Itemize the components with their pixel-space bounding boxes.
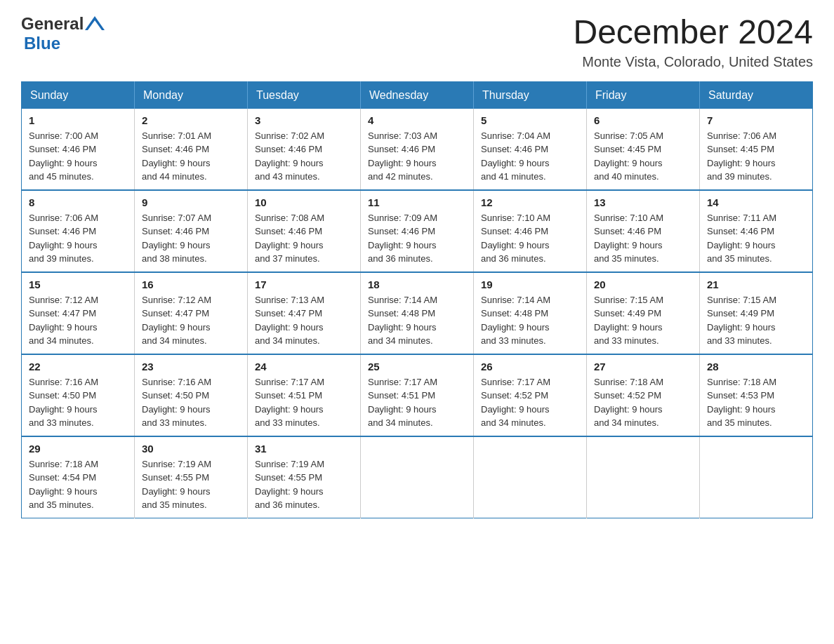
sunset-text: Sunset: 4:48 PM: [368, 308, 435, 318]
sunrise-text: Sunrise: 7:18 AM: [594, 377, 663, 387]
sunrise-text: Sunrise: 7:01 AM: [142, 130, 211, 141]
daylight-text: Daylight: 9 hours: [255, 240, 324, 250]
daylight-text: Daylight: 9 hours: [368, 404, 437, 415]
day-info: Sunrise: 7:11 AM Sunset: 4:46 PM Dayligh…: [707, 211, 805, 266]
day-info: Sunrise: 7:04 AM Sunset: 4:46 PM Dayligh…: [481, 129, 579, 184]
day-info: Sunrise: 7:17 AM Sunset: 4:52 PM Dayligh…: [481, 375, 579, 430]
calendar-cell: [361, 436, 474, 518]
sunset-text: Sunset: 4:46 PM: [368, 226, 435, 236]
daylight-text: Daylight: 9 hours: [707, 158, 776, 168]
sunrise-text: Sunrise: 7:15 AM: [594, 295, 663, 305]
day-info: Sunrise: 7:19 AM Sunset: 4:55 PM Dayligh…: [255, 457, 353, 512]
daylight-minutes-text: and 38 minutes.: [142, 253, 207, 264]
daylight-minutes-text: and 35 minutes.: [29, 499, 94, 510]
daylight-text: Daylight: 9 hours: [142, 158, 211, 168]
calendar-cell: 29 Sunrise: 7:18 AM Sunset: 4:54 PM Dayl…: [22, 436, 135, 518]
daylight-minutes-text: and 44 minutes.: [142, 171, 207, 182]
daylight-text: Daylight: 9 hours: [368, 158, 437, 168]
sunrise-text: Sunrise: 7:09 AM: [368, 213, 437, 223]
sunset-text: Sunset: 4:49 PM: [594, 308, 661, 318]
day-info: Sunrise: 7:00 AM Sunset: 4:46 PM Dayligh…: [29, 129, 127, 184]
daylight-minutes-text: and 33 minutes.: [255, 417, 320, 428]
day-number: 6: [594, 114, 692, 126]
sunrise-text: Sunrise: 7:14 AM: [481, 295, 550, 305]
calendar-cell: 19 Sunrise: 7:14 AM Sunset: 4:48 PM Dayl…: [474, 272, 587, 354]
sunrise-text: Sunrise: 7:10 AM: [594, 213, 663, 223]
day-number: 22: [29, 361, 127, 373]
day-number: 19: [481, 279, 579, 290]
daylight-minutes-text: and 34 minutes.: [368, 335, 433, 346]
calendar-cell: 15 Sunrise: 7:12 AM Sunset: 4:47 PM Dayl…: [22, 272, 135, 354]
header-thursday: Thursday: [474, 81, 587, 109]
daylight-text: Daylight: 9 hours: [707, 322, 776, 333]
logo-triangle-icon: [85, 16, 105, 33]
daylight-text: Daylight: 9 hours: [142, 486, 211, 497]
sunrise-text: Sunrise: 7:15 AM: [707, 295, 776, 305]
daylight-text: Daylight: 9 hours: [29, 486, 98, 497]
calendar-cell: 8 Sunrise: 7:06 AM Sunset: 4:46 PM Dayli…: [22, 190, 135, 272]
day-info: Sunrise: 7:03 AM Sunset: 4:46 PM Dayligh…: [368, 129, 466, 184]
sunrise-text: Sunrise: 7:18 AM: [707, 377, 776, 387]
calendar-cell: 3 Sunrise: 7:02 AM Sunset: 4:46 PM Dayli…: [248, 109, 361, 190]
calendar-cell: 7 Sunrise: 7:06 AM Sunset: 4:45 PM Dayli…: [700, 109, 813, 190]
sunset-text: Sunset: 4:46 PM: [368, 144, 435, 154]
header-monday: Monday: [135, 81, 248, 109]
sunrise-text: Sunrise: 7:06 AM: [29, 213, 98, 223]
daylight-text: Daylight: 9 hours: [707, 240, 776, 250]
calendar-cell: 20 Sunrise: 7:15 AM Sunset: 4:49 PM Dayl…: [587, 272, 700, 354]
sunset-text: Sunset: 4:53 PM: [707, 390, 774, 401]
day-info: Sunrise: 7:12 AM Sunset: 4:47 PM Dayligh…: [142, 293, 240, 348]
sunrise-text: Sunrise: 7:12 AM: [142, 295, 211, 305]
daylight-minutes-text: and 40 minutes.: [594, 171, 659, 182]
calendar-cell: 26 Sunrise: 7:17 AM Sunset: 4:52 PM Dayl…: [474, 354, 587, 436]
calendar-week-row: 1 Sunrise: 7:00 AM Sunset: 4:46 PM Dayli…: [22, 109, 813, 190]
sunset-text: Sunset: 4:45 PM: [594, 144, 661, 154]
day-info: Sunrise: 7:12 AM Sunset: 4:47 PM Dayligh…: [29, 293, 127, 348]
sunset-text: Sunset: 4:50 PM: [29, 390, 96, 401]
sunrise-text: Sunrise: 7:16 AM: [29, 377, 98, 387]
daylight-minutes-text: and 35 minutes.: [707, 253, 772, 264]
daylight-text: Daylight: 9 hours: [29, 158, 98, 168]
sunset-text: Sunset: 4:49 PM: [707, 308, 774, 318]
calendar-cell: 22 Sunrise: 7:16 AM Sunset: 4:50 PM Dayl…: [22, 354, 135, 436]
page-header: General Blue December 2024 Monte Vista, …: [21, 14, 813, 70]
sunset-text: Sunset: 4:51 PM: [255, 390, 322, 401]
sunset-text: Sunset: 4:47 PM: [29, 308, 96, 318]
day-number: 2: [142, 114, 240, 126]
daylight-text: Daylight: 9 hours: [594, 322, 663, 333]
calendar-cell: 2 Sunrise: 7:01 AM Sunset: 4:46 PM Dayli…: [135, 109, 248, 190]
daylight-minutes-text: and 34 minutes.: [142, 335, 207, 346]
day-number: 13: [594, 196, 692, 208]
sunrise-text: Sunrise: 7:12 AM: [29, 295, 98, 305]
calendar-week-row: 8 Sunrise: 7:06 AM Sunset: 4:46 PM Dayli…: [22, 190, 813, 272]
daylight-text: Daylight: 9 hours: [255, 486, 324, 497]
daylight-minutes-text: and 36 minutes.: [255, 499, 320, 510]
daylight-minutes-text: and 33 minutes.: [142, 417, 207, 428]
logo-general-text: General: [21, 14, 84, 34]
sunrise-text: Sunrise: 7:16 AM: [142, 377, 211, 387]
daylight-minutes-text: and 33 minutes.: [594, 335, 659, 346]
sunset-text: Sunset: 4:47 PM: [255, 308, 322, 318]
daylight-text: Daylight: 9 hours: [29, 240, 98, 250]
sunrise-text: Sunrise: 7:13 AM: [255, 295, 324, 305]
daylight-minutes-text: and 36 minutes.: [481, 253, 546, 264]
daylight-text: Daylight: 9 hours: [255, 158, 324, 168]
day-info: Sunrise: 7:19 AM Sunset: 4:55 PM Dayligh…: [142, 457, 240, 512]
day-number: 17: [255, 279, 353, 290]
sunset-text: Sunset: 4:55 PM: [255, 472, 322, 483]
daylight-text: Daylight: 9 hours: [481, 240, 550, 250]
day-info: Sunrise: 7:15 AM Sunset: 4:49 PM Dayligh…: [707, 293, 805, 348]
day-info: Sunrise: 7:18 AM Sunset: 4:52 PM Dayligh…: [594, 375, 692, 430]
daylight-minutes-text: and 35 minutes.: [594, 253, 659, 264]
calendar-cell: 11 Sunrise: 7:09 AM Sunset: 4:46 PM Dayl…: [361, 190, 474, 272]
title-section: December 2024 Monte Vista, Colorado, Uni…: [573, 14, 813, 70]
day-info: Sunrise: 7:17 AM Sunset: 4:51 PM Dayligh…: [255, 375, 353, 430]
day-info: Sunrise: 7:15 AM Sunset: 4:49 PM Dayligh…: [594, 293, 692, 348]
daylight-minutes-text: and 35 minutes.: [142, 499, 207, 510]
daylight-minutes-text: and 34 minutes.: [255, 335, 320, 346]
day-info: Sunrise: 7:18 AM Sunset: 4:54 PM Dayligh…: [29, 457, 127, 512]
sunset-text: Sunset: 4:47 PM: [142, 308, 209, 318]
daylight-text: Daylight: 9 hours: [29, 404, 98, 415]
logo: General Blue: [21, 14, 105, 53]
sunrise-text: Sunrise: 7:19 AM: [255, 459, 324, 469]
